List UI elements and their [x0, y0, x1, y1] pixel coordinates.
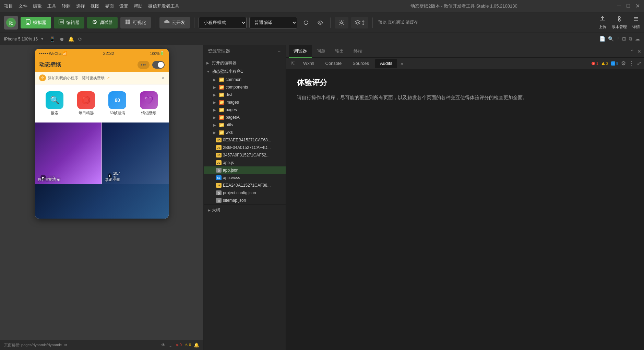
clear-cache-label[interactable]: 清缓存 [406, 20, 418, 25]
app-label-daily: 每日精选 [79, 110, 94, 116]
app-item-60fps[interactable]: 60 60帧超清 [102, 89, 133, 118]
rotate-icon[interactable]: ⟳ [78, 36, 82, 42]
eye-button[interactable] [314, 17, 326, 28]
cloud-dev-button[interactable]: 云开发 [159, 17, 190, 28]
upload-btn-wrapper[interactable]: 上传 [599, 16, 606, 30]
tab-debugger[interactable]: 调试器 [289, 45, 312, 58]
copy-icon[interactable]: ⧉ [64, 343, 67, 347]
grid-icon[interactable]: ⊞ [622, 36, 626, 42]
close-button[interactable]: ✕ [635, 3, 640, 9]
folder-pagesA[interactable]: ▶ 📁 pagesA [204, 114, 286, 121]
folder-dist[interactable]: ▶ 📁 dist [204, 91, 286, 98]
simulator-button[interactable]: 模拟器 [21, 17, 51, 28]
app-item-couple[interactable]: 💜 情侣壁纸 [133, 89, 165, 118]
expand-panel-button[interactable]: ⤢ [637, 60, 641, 67]
folder-pages[interactable]: ▶ 📁 pages [204, 106, 286, 114]
file-icon-appjson: {} [216, 168, 222, 173]
more-tabs-icon[interactable]: » [398, 61, 405, 66]
detail-btn-wrapper[interactable]: 详情 [632, 16, 640, 30]
cursor-icon[interactable]: ⇱ [289, 61, 297, 66]
folder-icon-images: 📁 [219, 100, 224, 105]
phone-icon[interactable]: 📱 [49, 36, 55, 42]
file-345[interactable]: JS 3457A9F315271CAF52... [204, 151, 286, 159]
settings-button[interactable]: ⚙ [621, 60, 626, 67]
file-icon-js1: JS [216, 138, 222, 142]
menu-goto[interactable]: 转到 [62, 3, 71, 9]
file-appjson[interactable]: {} app.json [204, 166, 286, 174]
editor-button[interactable]: 编辑器 [54, 17, 84, 28]
visual-button[interactable]: 可视化 [120, 17, 151, 28]
sub-tab-audits[interactable]: Audits [375, 59, 397, 68]
compile-select[interactable]: 普通编译 [249, 17, 297, 28]
image-cell-1[interactable]: 原神雷电将军 ▶ 1.1万 [35, 122, 102, 184]
sub-tab-wxml[interactable]: Wxml [298, 59, 319, 68]
refresh-button[interactable] [300, 17, 312, 28]
folder-wxs[interactable]: ▶ 📁 wxs [204, 129, 286, 136]
file-eea[interactable]: JS EEA240A115271CAF88... [204, 182, 286, 189]
file-icon[interactable]: 📄 [599, 36, 605, 42]
menu-file[interactable]: 文件 [19, 3, 27, 9]
folder-images[interactable]: ▶ 📁 images [204, 98, 286, 106]
menu-select[interactable]: 选择 [76, 3, 85, 9]
app-item-search[interactable]: 🔍 搜索 [39, 89, 71, 118]
sub-tab-console[interactable]: Console [321, 59, 347, 68]
more-icon-bottom[interactable]: … [168, 342, 173, 348]
outline-arrow: ▶ [208, 208, 211, 212]
menu-settings[interactable]: 设置 [119, 3, 128, 9]
outline-section[interactable]: ▶ 大纲 [204, 204, 286, 216]
folder-components[interactable]: ▶ 📁 components [204, 83, 286, 91]
project-root-item[interactable]: ▼ 动态壁纸小程序1 [204, 67, 286, 76]
mini-close-icon[interactable]: ✕ [162, 76, 165, 80]
version-mgmt-btn-wrapper[interactable]: 版本管理 [612, 16, 627, 30]
phone-toggle[interactable] [152, 61, 165, 69]
file-appwxss[interactable]: SS app.wxss [204, 174, 286, 182]
file-explorer-more-icon[interactable]: ··· [278, 49, 282, 54]
app-mode-select[interactable]: 小程序模式 [199, 17, 247, 28]
file-appjs[interactable]: JS app.js [204, 159, 286, 166]
cloud-icon2[interactable]: ☁ [635, 36, 640, 42]
preview-label[interactable]: 预览 [378, 20, 386, 25]
split-icon[interactable]: ⧉ [629, 36, 632, 42]
layers-button[interactable] [351, 17, 368, 28]
eye-icon-bottom[interactable]: 👁 [161, 342, 166, 348]
svg-rect-12 [128, 22, 130, 24]
image-cell-2[interactable]: 拿走不谢 ▶ 10.7万 [102, 122, 169, 184]
menu-help[interactable]: 帮助 [134, 3, 143, 9]
file-0e3[interactable]: JS 0E3AEEB415271CAF68... [204, 136, 286, 144]
close-debug-icon[interactable]: ✕ [637, 49, 641, 54]
tab-terminal[interactable]: 终端 [349, 45, 367, 58]
menu-view[interactable]: 视图 [91, 3, 99, 9]
more-options-button[interactable]: ⋮ [629, 60, 634, 67]
menu-interface[interactable]: 界面 [105, 3, 114, 9]
folder-utils[interactable]: ▶ 📁 utils [204, 121, 286, 129]
tab-issues[interactable]: 问题 [312, 45, 330, 58]
sub-tab-sources[interactable]: Sources [348, 59, 374, 68]
menu-edit[interactable]: 编辑 [33, 3, 42, 9]
gear-button[interactable] [335, 17, 348, 28]
menu-project[interactable]: 项目 [4, 3, 13, 9]
phone-time: 22:32 [103, 51, 115, 56]
image-cell-3[interactable] [35, 184, 169, 219]
phone-more-button[interactable]: ••• [138, 61, 150, 69]
record-icon[interactable]: ⏺ [59, 36, 64, 42]
search-icon[interactable]: 🔍 [608, 36, 614, 42]
source-control-icon[interactable]: ⑂ [617, 36, 619, 42]
file-projectconfig[interactable]: {} project.config.json [204, 189, 286, 197]
folder-common[interactable]: ▶ 📁 common [204, 76, 286, 83]
errors-count: ⊗ 0 [176, 343, 182, 347]
debugger-button[interactable]: 调试器 [87, 17, 118, 28]
audio-icon[interactable]: 🔔 [68, 36, 74, 42]
maximize-button[interactable]: □ [627, 3, 630, 9]
real-dev-label[interactable]: 真机调试 [388, 20, 404, 25]
file-sitemap[interactable]: {} sitemap.json [204, 197, 286, 204]
minimize-button[interactable]: ─ [617, 3, 621, 9]
file-2b6[interactable]: JS 2B6F04A015271CAF4D... [204, 144, 286, 151]
menu-wechat-dev[interactable]: 微信开发者工具 [148, 3, 179, 9]
open-editors-item[interactable]: ▶ 打开的编辑器 [204, 59, 286, 67]
expand-icon[interactable]: ⌃ [630, 49, 634, 54]
menu-tools[interactable]: 工具 [47, 3, 56, 9]
app-item-daily[interactable]: ⭕ 每日精选 [70, 89, 102, 118]
tab-output[interactable]: 输出 [330, 45, 349, 58]
dropdown-icon[interactable]: ▼ [40, 37, 44, 41]
notification-icon[interactable]: 🔔 [194, 342, 199, 348]
